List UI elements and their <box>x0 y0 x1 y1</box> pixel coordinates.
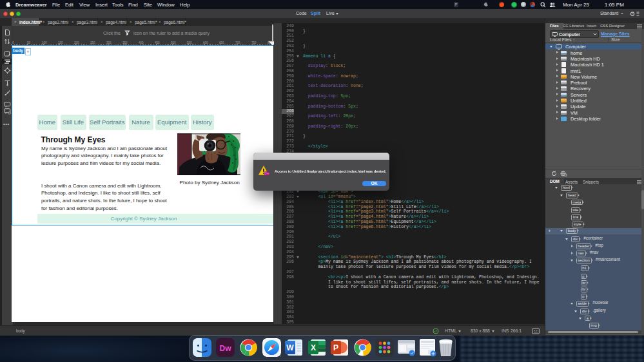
svg-text:X: X <box>311 343 316 352</box>
svg-text:P: P <box>333 343 338 352</box>
svg-text:W: W <box>286 343 294 352</box>
svg-text:Dw: Dw <box>264 172 269 175</box>
svg-text:Dw: Dw <box>220 343 232 352</box>
